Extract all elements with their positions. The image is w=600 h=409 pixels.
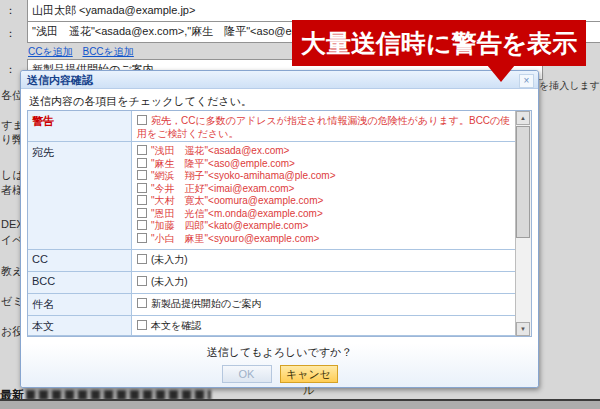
confirmation-table: 警告 宛先，CCに多数のアドレスが指定され情報漏洩の危険性があります。BCCの使…	[27, 110, 532, 337]
dialog-title: 送信内容確認	[21, 71, 538, 88]
subject-field-label: ：	[5, 62, 16, 77]
table-row-cc: CC (未入力)	[28, 250, 516, 272]
subject-row-label: 件名	[28, 294, 132, 315]
send-confirmation-dialog: 送信内容確認 × 送信内容の各項目をチェックしてください。 警告 宛先，CCに多…	[20, 70, 539, 388]
add-cc-link[interactable]: CCを追加	[28, 46, 73, 57]
address-line: "浅田 遥花"<asada@ex.com>	[137, 145, 514, 158]
address-line: "恩田 光信"<m.onda@example.com>	[137, 208, 514, 221]
add-bcc-link[interactable]: BCCを追加	[82, 46, 133, 57]
body-row-label: 本文	[28, 316, 132, 335]
table-row-warning: 警告 宛先，CCに多数のアドレスが指定され情報漏洩の危険性があります。BCCの使…	[28, 111, 516, 142]
address-line: "麻生 隆平"<aso@emple.com>	[137, 158, 514, 171]
bcc-text: (未入力)	[151, 276, 188, 287]
cc-row-label: CC	[28, 250, 132, 271]
address-checkbox[interactable]	[137, 220, 147, 230]
subject-text: 新製品提供開始のご案内	[151, 298, 261, 309]
warning-text: 宛先，CCに多数のアドレスが指定され情報漏洩の危険性があります。BCCの使用をご…	[137, 115, 510, 139]
address-text: "大村 寛太"<oomura@example.com>	[151, 195, 323, 206]
table-row-subject: 件名 新製品提供開始のご案内	[28, 294, 516, 316]
table-scrollbar[interactable]: ▲ ▼	[515, 111, 531, 336]
cancel-button[interactable]: キャンセル	[280, 365, 338, 383]
bcc-row-value: (未入力)	[132, 272, 516, 293]
dialog-header[interactable]: 送信内容確認 ×	[21, 71, 538, 89]
table-row-to: 宛先 "浅田 遥花"<asada@ex.com> "麻生 隆平"<aso@emp…	[28, 142, 516, 250]
cc-text: (未入力)	[151, 254, 188, 265]
dialog-instruction: 送信内容の各項目をチェックしてください。	[29, 94, 252, 109]
cc-row-value: (未入力)	[132, 250, 516, 271]
body-checkbox[interactable]	[137, 320, 147, 330]
to-field-label: ：	[5, 26, 16, 41]
address-text: "恩田 光信"<m.onda@example.com>	[151, 208, 323, 219]
address-checkbox[interactable]	[137, 195, 147, 205]
address-text: "浅田 遥花"<asada@ex.com>	[151, 145, 289, 156]
insert-hint-text: を挿入します)	[539, 79, 600, 93]
bcc-checkbox[interactable]	[137, 276, 147, 286]
annotation-callout: 大量送信時に警告を表示	[292, 20, 586, 66]
address-text: "網浜 翔子"<syoko-amihama@ple.com>	[151, 170, 336, 181]
body-text: 本文を確認	[151, 320, 201, 331]
table-row-bcc: BCC (未入力)	[28, 272, 516, 294]
address-checkbox[interactable]	[137, 233, 147, 243]
address-text: "小白 麻里"<syouro@example.com>	[151, 233, 319, 244]
address-line: "小白 麻里"<syouro@example.com>	[137, 233, 514, 246]
address-line: "今井 正好"<imai@exam.com>	[137, 183, 514, 196]
address-checkbox[interactable]	[137, 208, 147, 218]
address-checkbox[interactable]	[137, 158, 147, 168]
address-text: "加藤 四郎"<kato@example.com>	[151, 220, 308, 231]
address-checkbox[interactable]	[137, 183, 147, 193]
to-row-value: "浅田 遥花"<asada@ex.com> "麻生 隆平"<aso@emple.…	[132, 142, 516, 249]
mail-compose-screen: ： 山田太郎 <yamada@example.jp> ： "浅田 遥花"<asa…	[0, 0, 600, 409]
warning-row-label: 警告	[28, 111, 132, 141]
recipient-links-row: CCを追加 BCCを追加	[28, 45, 141, 59]
cc-checkbox[interactable]	[137, 254, 147, 264]
close-icon[interactable]: ×	[519, 74, 534, 88]
address-text: "今井 正好"<imai@exam.com>	[151, 183, 294, 194]
confirm-question: 送信してもよろしいですか？	[21, 343, 538, 360]
table-row-body: 本文 本文を確認	[28, 316, 516, 336]
to-row-label: 宛先	[28, 142, 132, 249]
address-line: "網浜 翔子"<syoko-amihama@ple.com>	[137, 170, 514, 183]
subject-row-value: 新製品提供開始のご案内	[132, 294, 516, 315]
address-line: "大村 寛太"<oomura@example.com>	[137, 195, 514, 208]
scrollbar-thumb[interactable]	[516, 126, 530, 238]
from-field-label: ：	[5, 3, 16, 18]
bottom-strip	[0, 401, 600, 409]
address-line: "加藤 四郎"<kato@example.com>	[137, 220, 514, 233]
dialog-buttons: OK キャンセル	[21, 365, 538, 383]
bcc-row-label: BCC	[28, 272, 132, 293]
address-checkbox[interactable]	[137, 145, 147, 155]
address-checkbox[interactable]	[137, 170, 147, 180]
scroll-down-icon[interactable]: ▼	[516, 322, 530, 336]
body-row-value: 本文を確認	[132, 316, 516, 335]
address-text: "麻生 隆平"<aso@emple.com>	[151, 158, 295, 169]
callout-pointer-icon	[487, 65, 515, 82]
scroll-up-icon[interactable]: ▲	[516, 111, 530, 125]
warning-checkbox[interactable]	[137, 115, 147, 125]
dialog-footer: 送信してもよろしいですか？ OK キャンセル	[21, 343, 538, 387]
warning-row-value: 宛先，CCに多数のアドレスが指定され情報漏洩の危険性があります。BCCの使用をご…	[132, 111, 516, 141]
subject-checkbox[interactable]	[137, 298, 147, 308]
ok-button[interactable]: OK	[222, 365, 272, 383]
